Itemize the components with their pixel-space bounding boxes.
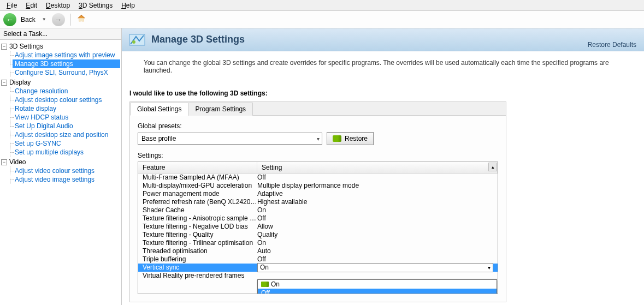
- menu-help[interactable]: Help: [117, 2, 139, 9]
- cell-setting: Adaptive: [257, 190, 493, 198]
- tree-item-adjust-video-colour-settings[interactable]: Adjust video colour settings: [13, 166, 120, 175]
- cell-setting[interactable]: On: [257, 263, 493, 272]
- global-preset-combo[interactable]: Base profile: [138, 133, 322, 145]
- nvidia-logo-icon: [333, 135, 341, 142]
- tree-category-label: 3D Settings: [9, 43, 43, 50]
- settings-label: Settings:: [138, 152, 498, 159]
- table-row[interactable]: Vertical syncOn: [138, 264, 498, 272]
- dropdown-option-label: On: [271, 280, 280, 288]
- tree-item-set-up-multiple-displays[interactable]: Set up multiple displays: [13, 148, 120, 157]
- tree-toggle-icon[interactable]: −: [1, 159, 7, 165]
- tree-category-label: Video: [9, 158, 26, 166]
- tree-item-view-hdcp-status[interactable]: View HDCP status: [13, 113, 120, 122]
- table-row[interactable]: Multi-display/mixed-GPU accelerationMult…: [138, 182, 498, 190]
- cell-feature: Threaded optimisation: [143, 247, 257, 255]
- menu-file[interactable]: File: [2, 2, 21, 9]
- cell-feature: Triple buffering: [143, 255, 257, 264]
- menu-edit[interactable]: Edit: [21, 2, 42, 9]
- tree-category-3d-settings[interactable]: −3D Settings: [1, 42, 120, 51]
- scroll-up-button[interactable]: ▴: [488, 163, 497, 171]
- page-header: Manage 3D Settings Restore Defaults: [122, 28, 644, 51]
- sidebar-title: Select a Task...: [0, 28, 121, 40]
- cell-setting: Off: [257, 255, 493, 264]
- task-tree: −3D SettingsAdjust image settings with p…: [0, 40, 121, 305]
- table-row[interactable]: Texture filtering - Anisotropic sample o…: [138, 214, 498, 223]
- forward-button[interactable]: →: [52, 13, 65, 26]
- tree-item-set-up-g-sync[interactable]: Set up G-SYNC: [13, 139, 120, 148]
- table-row[interactable]: Virtual Reality pre-rendered frames: [138, 272, 498, 280]
- table-row[interactable]: Multi-Frame Sampled AA (MFAA)Off: [138, 174, 498, 182]
- back-history-caret[interactable]: ▼: [40, 17, 49, 22]
- menu-bar: FileEditDesktop3D SettingsHelp: [0, 0, 644, 11]
- header-icon: [128, 31, 146, 49]
- table-body[interactable]: Multi-Frame Sampled AA (MFAA)OffMulti-di…: [138, 174, 498, 294]
- svg-point-2: [132, 40, 135, 44]
- presets-label: Global presets:: [138, 122, 498, 130]
- back-button[interactable]: ←: [3, 13, 16, 26]
- tree-category-video[interactable]: −Video: [1, 158, 120, 166]
- restore-preset-button[interactable]: Restore: [327, 132, 374, 145]
- svg-rect-0: [79, 18, 84, 21]
- tree-item-rotate-display[interactable]: Rotate display: [13, 104, 120, 113]
- tree-category-label: Display: [9, 79, 31, 86]
- cell-setting: Auto: [257, 247, 493, 255]
- cell-setting: Multiple display performance mode: [257, 182, 493, 190]
- col-feature[interactable]: Feature: [138, 162, 257, 173]
- back-arrow-icon: ←: [6, 15, 14, 24]
- cell-feature: Preferred refresh rate (BenQ XL2420G): [143, 198, 257, 206]
- tab-program-settings[interactable]: Program Settings: [188, 103, 253, 116]
- tab-global-settings[interactable]: Global Settings: [130, 103, 188, 116]
- tree-category-display[interactable]: −Display: [1, 78, 120, 87]
- tree-item-adjust-video-image-settings[interactable]: Adjust video image settings: [13, 175, 120, 184]
- table-header: Feature Setting ▴: [138, 162, 498, 174]
- table-row[interactable]: Power management modeAdaptive: [138, 190, 498, 198]
- col-setting[interactable]: Setting: [257, 162, 498, 173]
- back-label: Back: [21, 16, 36, 23]
- tree-item-change-resolution[interactable]: Change resolution: [13, 87, 120, 95]
- page-title: Manage 3D Settings: [151, 34, 245, 45]
- forward-arrow-icon: →: [55, 15, 62, 24]
- cell-setting: On: [257, 239, 493, 247]
- cell-setting: Off: [257, 214, 493, 223]
- tree-item-adjust-desktop-colour-settings[interactable]: Adjust desktop colour settings: [13, 95, 120, 104]
- cell-feature: Texture filtering - Quality: [143, 231, 257, 239]
- table-row[interactable]: Texture filtering - Trilinear optimisati…: [138, 239, 498, 247]
- cell-setting: On: [257, 206, 493, 214]
- cell-feature: Texture filtering - Negative LOD bias: [143, 223, 257, 231]
- table-row[interactable]: Triple bufferingOff: [138, 255, 498, 264]
- tree-item-configure-sli-surround-physx[interactable]: Configure SLI, Surround, PhysX: [13, 68, 120, 77]
- settings-table: Feature Setting ▴ Multi-Frame Sampled AA…: [138, 162, 498, 294]
- tree-toggle-icon[interactable]: −: [1, 80, 7, 86]
- settings-panel: Global SettingsProgram Settings Global p…: [129, 101, 506, 302]
- toolbar-separator: [70, 14, 71, 26]
- restore-label: Restore: [345, 135, 368, 142]
- intro-text: You can change the global 3D settings an…: [122, 51, 644, 82]
- dropdown-option-off[interactable]: Off: [258, 289, 497, 294]
- table-row[interactable]: Texture filtering - QualityQuality: [138, 231, 498, 239]
- menu-3d-settings[interactable]: 3D Settings: [74, 2, 117, 9]
- restore-defaults-link[interactable]: Restore Defaults: [588, 41, 636, 49]
- cell-feature: Multi-Frame Sampled AA (MFAA): [143, 174, 257, 182]
- vsync-dropdown[interactable]: OnOff: [257, 279, 497, 294]
- tree-item-set-up-digital-audio[interactable]: Set Up Digital Audio: [13, 122, 120, 130]
- cell-feature: Virtual Reality pre-rendered frames: [143, 272, 257, 280]
- tree-item-manage-3d-settings[interactable]: Manage 3D settings: [13, 59, 120, 68]
- content-pane: Manage 3D Settings Restore Defaults You …: [122, 28, 644, 305]
- tree-item-adjust-desktop-size-and-position[interactable]: Adjust desktop size and position: [13, 130, 120, 139]
- table-row[interactable]: Preferred refresh rate (BenQ XL2420G)Hig…: [138, 198, 498, 206]
- tree-toggle-icon[interactable]: −: [1, 44, 7, 50]
- section-label: I would like to use the following 3D set…: [122, 82, 644, 101]
- table-row[interactable]: Shader CacheOn: [138, 206, 498, 214]
- home-icon[interactable]: [76, 14, 86, 25]
- table-row[interactable]: Threaded optimisationAuto: [138, 247, 498, 255]
- cell-feature: Shader Cache: [143, 206, 257, 214]
- menu-desktop[interactable]: Desktop: [42, 2, 74, 9]
- cell-feature: Vertical sync: [143, 264, 257, 272]
- nvidia-logo-icon: [261, 282, 269, 287]
- tree-item-adjust-image-settings-with-preview[interactable]: Adjust image settings with preview: [13, 51, 120, 59]
- cell-setting: Allow: [257, 223, 493, 231]
- nav-toolbar: ← Back ▼ →: [0, 11, 644, 28]
- dropdown-option-on[interactable]: On: [258, 280, 497, 289]
- dropdown-option-label: Off: [261, 289, 270, 294]
- table-row[interactable]: Texture filtering - Negative LOD biasAll…: [138, 223, 498, 231]
